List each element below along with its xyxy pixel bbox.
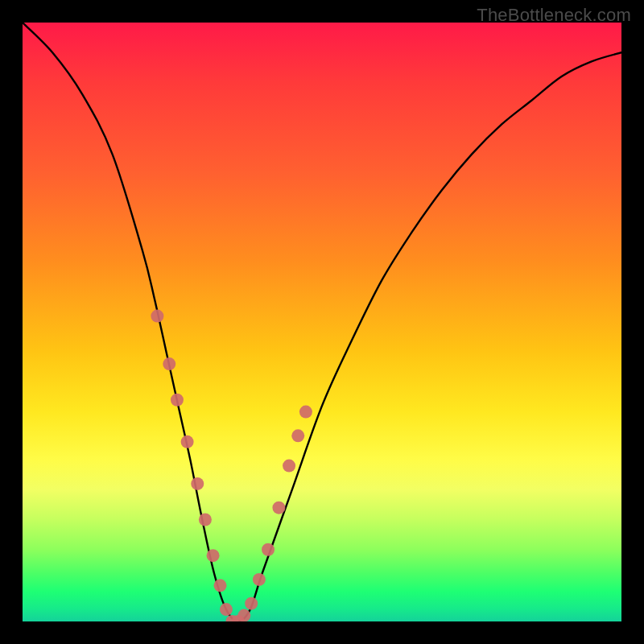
plot-area xyxy=(23,23,621,621)
chart-frame: TheBottleneck.com xyxy=(0,0,644,644)
watermark-text: TheBottleneck.com xyxy=(477,5,631,26)
